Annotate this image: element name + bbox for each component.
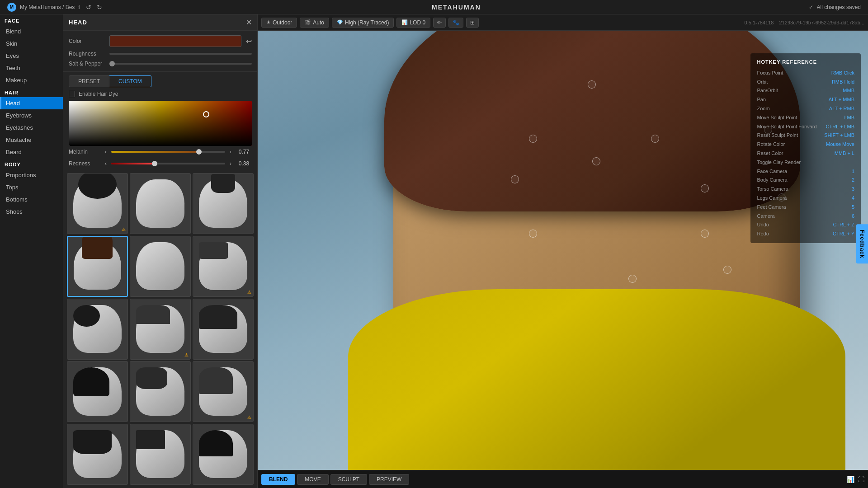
hair-item-8[interactable]: ⚠ [130, 299, 191, 360]
sculpt-mode-button[interactable]: SCULPT [330, 474, 367, 485]
sidebar-item-head[interactable]: Head [0, 97, 63, 109]
body-section-label: BODY [0, 158, 63, 169]
melanin-row: Melanin ‹ › 0.77 [63, 146, 257, 158]
hair-item-14[interactable] [130, 424, 191, 485]
undo-button[interactable]: ↺ [84, 3, 93, 12]
hotkey-clay: Toggle Clay Render [757, 158, 854, 167]
sculpt-dot-nose-tip[interactable] [701, 184, 709, 192]
viewport[interactable]: HOTKEY REFERENCE Focus Point RMB Click O… [258, 31, 868, 470]
redo-button[interactable]: ↻ [95, 3, 104, 12]
color-reset-button[interactable]: ↩ [246, 37, 252, 46]
sidebar-item-beard[interactable]: Beard [0, 146, 63, 158]
melanin-increase-button[interactable]: › [229, 149, 232, 155]
quality-button[interactable]: 💎 High (Ray Traced) [332, 18, 394, 28]
salt-pepper-slider[interactable] [109, 63, 252, 65]
hair-item-11[interactable] [130, 361, 191, 422]
app-logo: M [7, 3, 16, 12]
sculpt-view-button[interactable]: 🐾 [448, 18, 463, 28]
auto-button[interactable]: 🎬 Auto [300, 18, 329, 28]
warning-icon-6: ⚠ [247, 290, 251, 295]
sidebar-item-skin[interactable]: Skin [0, 38, 63, 50]
undo-redo-group[interactable]: ↺ ↻ [84, 3, 104, 12]
feedback-button[interactable]: Feedback [856, 224, 868, 263]
sidebar-item-makeup[interactable]: Makeup [0, 74, 63, 86]
melanin-slider[interactable] [111, 151, 225, 153]
sidebar-item-mustache[interactable]: Mustache [0, 134, 63, 146]
top-bar-right: ✓ All changes saved [809, 4, 861, 10]
hair-item-12[interactable]: ⚠ [193, 361, 254, 422]
hotkey-orbit: Orbit RMB Hold [757, 78, 854, 87]
sidebar-item-eyelashes[interactable]: Eyelashes [0, 122, 63, 134]
panel-close-button[interactable]: ✕ [246, 18, 252, 27]
hk-body-cam-key: 2 [852, 176, 854, 185]
sculpt-dot-jaw[interactable] [723, 266, 731, 274]
fullscreen-button[interactable]: ⛶ [858, 476, 864, 483]
hair-item-2[interactable] [130, 173, 191, 234]
hk-pan-orbit-action: Pan/Orbit [757, 86, 778, 95]
panel-header: HEAD ✕ [63, 14, 257, 31]
sidebar-item-eyes[interactable]: Eyes [0, 50, 63, 62]
auto-label: Auto [313, 19, 324, 26]
grid-button[interactable]: ⊞ [466, 18, 479, 28]
redness-row: Redness ‹ › 0.38 [63, 158, 257, 169]
hair-item-7[interactable] [67, 299, 128, 360]
sidebar-item-eyebrows[interactable]: Eyebrows [0, 109, 63, 122]
sculpt-dot-mouth-center[interactable] [701, 230, 709, 238]
stats-button[interactable]: 📊 [847, 476, 854, 483]
hotkey-rotate-color: Rotate Color Mouse Move [757, 140, 854, 149]
sidebar-item-proportions[interactable]: Proportions [0, 169, 63, 181]
sculpt-dot-right-eye-area[interactable] [651, 135, 659, 143]
outdoor-button[interactable]: ☀ Outdoor [261, 18, 297, 28]
sculpt-dot-nose-bridge[interactable] [592, 157, 600, 165]
hair-item-15[interactable] [193, 424, 254, 485]
move-mode-button[interactable]: MOVE [297, 474, 328, 485]
custom-tab[interactable]: CUSTOM [109, 75, 151, 87]
hair-dye-checkbox[interactable] [69, 91, 75, 97]
redness-decrease-button[interactable]: ‹ [104, 160, 108, 167]
sculpt-dot-mouth-left[interactable] [529, 230, 537, 238]
hair-item-5[interactable] [130, 236, 191, 297]
hk-undo-action: Undo [757, 221, 769, 230]
hair-item-10[interactable] [67, 361, 128, 422]
sidebar-item-bottoms[interactable]: Bottoms [0, 193, 63, 206]
hk-move-forward-action: Move Sculpt Point Forward [757, 122, 816, 131]
sculpt-dot-left-eye-area[interactable] [529, 135, 537, 143]
sidebar-item-blend[interactable]: Blend [0, 25, 63, 38]
sculpt-dot-forehead[interactable] [588, 80, 596, 89]
hair-section-label: HAIR [0, 86, 63, 97]
color-section: Color ↩ Roughness Salt & Pepper [63, 31, 257, 72]
color-gradient[interactable] [69, 101, 252, 146]
redness-increase-button[interactable]: › [229, 160, 232, 167]
melanin-label: Melanin [69, 149, 100, 155]
hair-item-6[interactable]: ⚠ [193, 236, 254, 297]
hair-item-4[interactable] [67, 236, 128, 297]
sculpt-dot-chin[interactable] [628, 275, 637, 283]
hotkey-legs-cam: Legs Camera 4 [757, 194, 854, 203]
roughness-slider[interactable] [109, 53, 252, 55]
sidebar-item-teeth[interactable]: Teeth [0, 62, 63, 74]
hair-item-1[interactable]: ⚠ [67, 173, 128, 234]
version-info: 0.5.1-784118 21293c79-19b7-6952-29d3-dd1… [745, 20, 864, 25]
preview-mode-button[interactable]: PREVIEW [369, 474, 409, 485]
lod-button[interactable]: 📊 LOD 0 [396, 18, 430, 28]
hair-item-3[interactable] [193, 173, 254, 234]
melanin-value: 0.77 [236, 149, 252, 155]
paint-button[interactable]: ✏ [433, 18, 446, 28]
preset-tab[interactable]: PRESET [69, 75, 109, 87]
sculpt-dot-cheek-left[interactable] [511, 175, 519, 183]
hotkey-zoom: Zoom ALT + RMB [757, 104, 854, 113]
blend-mode-button[interactable]: BLEND [261, 474, 295, 485]
sidebar-item-shoes[interactable]: Shoes [0, 206, 63, 218]
hk-undo-key: CTRL + Z [833, 221, 854, 230]
redness-fill [111, 163, 155, 164]
sidebar-item-tops[interactable]: Tops [0, 181, 63, 193]
color-swatch[interactable] [109, 35, 241, 47]
hair-item-9[interactable] [193, 299, 254, 360]
warning-icon-1: ⚠ [122, 227, 126, 232]
hk-redo-action: Redo [757, 230, 769, 239]
redness-slider[interactable] [111, 163, 225, 164]
center-content: ☀ Outdoor 🎬 Auto 💎 High (Ray Traced) 📊 L… [258, 14, 868, 488]
melanin-decrease-button[interactable]: ‹ [104, 149, 108, 155]
hair-item-13[interactable] [67, 424, 128, 485]
color-picker-area[interactable] [69, 101, 252, 146]
